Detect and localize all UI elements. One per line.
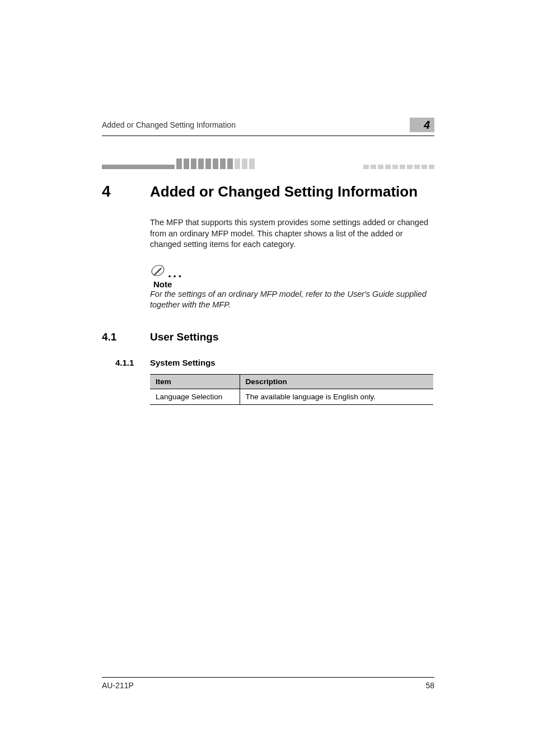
footer-page-number: 58: [425, 681, 434, 690]
table-header-item: Item: [150, 374, 240, 389]
table-row: Language Selection The available languag…: [150, 389, 433, 404]
pencil-icon: [150, 263, 166, 278]
table-header-row: Item Description: [150, 374, 433, 389]
table-cell-description: The available language is English only.: [240, 389, 433, 404]
intro-paragraph: The MFP that supports this system provid…: [150, 217, 434, 250]
chapter-number-box: 4: [410, 118, 434, 132]
subsection-heading-number: 4.1.1: [102, 358, 150, 367]
chapter-heading: 4 Added or Changed Setting Information: [102, 183, 434, 200]
table-cell-item: Language Selection: [150, 389, 240, 404]
header-rule: [102, 136, 434, 136]
note-dots: ...: [168, 270, 183, 278]
decorative-bars: [102, 158, 434, 169]
footer-model: AU-211P: [102, 681, 134, 690]
table-header-description: Description: [240, 374, 433, 389]
section-heading: 4.1 User Settings: [102, 331, 434, 343]
chapter-heading-number: 4: [102, 183, 150, 200]
footer-rule: [102, 677, 434, 678]
subsection-heading: 4.1.1 System Settings: [102, 358, 434, 367]
settings-table: Item Description Language Selection The …: [150, 374, 433, 405]
running-header-text: Added or Changed Setting Information: [102, 120, 410, 129]
section-heading-title: User Settings: [150, 331, 218, 343]
note-block: ... Note For the settings of an ordinary…: [150, 263, 434, 311]
chapter-heading-title: Added or Changed Setting Information: [150, 183, 418, 200]
note-text: For the settings of an ordinary MFP mode…: [150, 289, 434, 311]
running-header: Added or Changed Setting Information 4: [102, 118, 434, 132]
note-label: Note: [153, 279, 434, 289]
subsection-heading-title: System Settings: [150, 358, 216, 367]
section-heading-number: 4.1: [102, 331, 150, 343]
page-footer: AU-211P 58: [102, 677, 434, 690]
